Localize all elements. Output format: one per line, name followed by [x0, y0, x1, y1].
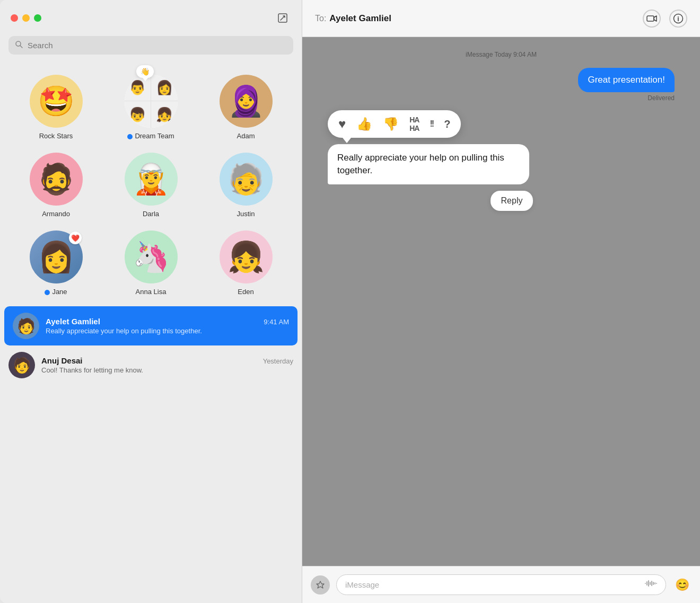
- unread-dot-jane: [45, 290, 50, 295]
- fullscreen-button[interactable]: [34, 14, 41, 22]
- contact-name-eden: Eden: [238, 288, 253, 296]
- reaction-heart-icon[interactable]: ♥: [338, 117, 346, 131]
- dt-face-4: 👧: [151, 101, 178, 128]
- reaction-thumbsdown-icon[interactable]: 👎: [383, 117, 399, 131]
- search-bar[interactable]: [8, 36, 293, 55]
- contact-name-rock-stars: Rock Stars: [39, 132, 73, 140]
- minimize-button[interactable]: [22, 14, 30, 22]
- conversation-anuj-desai[interactable]: 🧑 Anuj Desai Yesterday Cool! Thanks for …: [0, 345, 302, 385]
- convo-time-ayelet: 9:41 AM: [264, 318, 289, 326]
- close-button[interactable]: [11, 14, 18, 22]
- contact-name-anna-lisa: Anna Lisa: [136, 288, 167, 296]
- contact-item-adam[interactable]: 🧕 Adam: [198, 68, 293, 146]
- contact-name-dream-team: Dream Team: [127, 132, 174, 140]
- convo-header-ayelet: Ayelet Gamliel 9:41 AM: [46, 317, 289, 326]
- convo-time-anuj: Yesterday: [263, 357, 293, 365]
- contact-item-jane[interactable]: 👩 ❤️ Jane: [8, 224, 103, 302]
- contact-item-eden[interactable]: 👧 Eden: [198, 224, 293, 302]
- contact-item-anna-lisa[interactable]: 🦄 Anna Lisa: [103, 224, 198, 302]
- avatar-jane: 👩 ❤️: [30, 230, 83, 283]
- received-bubble: Really appreciate your help on pulling t…: [328, 144, 529, 184]
- titlebar: [0, 0, 302, 32]
- avatar-justin: 🧓: [220, 153, 273, 206]
- reaction-thumbsup-icon[interactable]: 👍: [356, 117, 372, 131]
- audio-waveform-icon: [644, 579, 657, 590]
- contact-name-justin: Justin: [237, 210, 255, 218]
- input-placeholder: iMessage: [345, 580, 379, 589]
- contact-name-armando: Armando: [42, 210, 70, 218]
- reply-button[interactable]: Reply: [491, 191, 533, 211]
- message-input[interactable]: iMessage: [336, 574, 666, 595]
- contact-name-darla: Darla: [143, 210, 159, 218]
- heart-badge-jane: ❤️: [69, 232, 82, 244]
- avatar-anna-lisa: 🦄: [125, 230, 178, 283]
- convo-content-anuj: Anuj Desai Yesterday Cool! Thanks for le…: [41, 356, 293, 374]
- contact-item-dream-team[interactable]: 👋 👨 👩 👦 👧 Dream Team: [103, 68, 198, 146]
- dream-team-speech-bubble: 👋: [136, 65, 154, 78]
- reaction-question[interactable]: ?: [444, 118, 450, 130]
- input-bar: iMessage 😊: [302, 566, 700, 603]
- contacts-grid: 🤩 Rock Stars 👋 👨 👩 👦 👧 Dream Team: [0, 63, 302, 302]
- convo-preview-ayelet: Really appreciate your help on pulling t…: [46, 327, 289, 335]
- conversation-ayelet-gamliel[interactable]: 🧑 Ayelet Gamliel 9:41 AM Really apprecia…: [4, 306, 298, 345]
- dt-face-3: 👦: [125, 101, 151, 128]
- reaction-exclaim[interactable]: !!: [430, 119, 433, 129]
- emoji-button[interactable]: 😊: [672, 575, 692, 595]
- timestamp-label: iMessage Today 9:04 AM: [328, 50, 675, 59]
- convo-content-ayelet: Ayelet Gamliel 9:41 AM Really appreciate…: [46, 317, 289, 335]
- reaction-section: ♥ 👍 👎 HAHA !! ? Really appreciate your h…: [328, 110, 675, 211]
- to-name: Ayelet Gamliel: [329, 13, 391, 24]
- avatar-adam: 🧕: [220, 75, 273, 128]
- sent-message-container: Great presentation! Delivered: [328, 68, 675, 102]
- convo-preview-anuj: Cool! Thanks for letting me know.: [41, 366, 293, 374]
- appstore-button[interactable]: [311, 575, 330, 595]
- avatar-darla: 🧝: [125, 153, 178, 206]
- contact-name-adam: Adam: [237, 132, 255, 140]
- avatar-dream-team: 👋 👨 👩 👦 👧: [125, 75, 178, 128]
- received-message-container: Really appreciate your help on pulling t…: [328, 144, 529, 184]
- dream-team-faces: 👨 👩 👦 👧: [125, 75, 178, 128]
- svg-line-2: [20, 46, 22, 48]
- contact-item-rock-stars[interactable]: 🤩 Rock Stars: [8, 68, 103, 146]
- header-actions: i: [643, 10, 687, 28]
- contact-item-armando[interactable]: 🧔 Armando: [8, 146, 103, 224]
- reaction-bubble[interactable]: ♥ 👍 👎 HAHA !! ?: [328, 110, 461, 138]
- search-icon: [15, 40, 23, 50]
- search-input[interactable]: [28, 41, 287, 50]
- main-panel: To: Ayelet Gamliel i iMessage Today 9:04…: [302, 0, 700, 603]
- contact-item-darla[interactable]: 🧝 Darla: [103, 146, 198, 224]
- traffic-lights: [11, 14, 41, 22]
- convo-name-anuj: Anuj Desai: [41, 356, 83, 365]
- svg-rect-3: [647, 16, 654, 21]
- avatar-eden: 👧: [220, 230, 273, 283]
- svg-text:i: i: [677, 15, 679, 23]
- unread-dot-dream-team: [127, 134, 133, 139]
- avatar-armando: 🧔: [30, 153, 83, 206]
- info-button[interactable]: i: [669, 10, 687, 28]
- convo-name-ayelet: Ayelet Gamliel: [46, 317, 100, 326]
- message-area: iMessage Today 9:04 AM Great presentatio…: [302, 37, 700, 566]
- header-to-section: To: Ayelet Gamliel: [315, 13, 391, 24]
- convo-header-anuj: Anuj Desai Yesterday: [41, 356, 293, 365]
- video-call-button[interactable]: [643, 10, 661, 28]
- contact-name-jane: Jane: [45, 288, 67, 296]
- avatar-anuj: 🧑: [8, 352, 35, 378]
- conversation-list: 🧑 Ayelet Gamliel 9:41 AM Really apprecia…: [0, 306, 302, 603]
- delivered-label: Delivered: [648, 94, 675, 102]
- compose-button[interactable]: [274, 10, 291, 26]
- main-header: To: Ayelet Gamliel i: [302, 0, 700, 37]
- avatar-ayelet: 🧑: [13, 313, 39, 339]
- dt-face-2: 👩: [151, 75, 178, 101]
- avatar-rock-stars: 🤩: [30, 75, 83, 128]
- to-label: To:: [315, 14, 326, 23]
- contact-item-justin[interactable]: 🧓 Justin: [198, 146, 293, 224]
- sent-bubble: Great presentation!: [578, 68, 675, 92]
- reaction-haha[interactable]: HAHA: [409, 116, 419, 132]
- sidebar: 🤩 Rock Stars 👋 👨 👩 👦 👧 Dream Team: [0, 0, 302, 603]
